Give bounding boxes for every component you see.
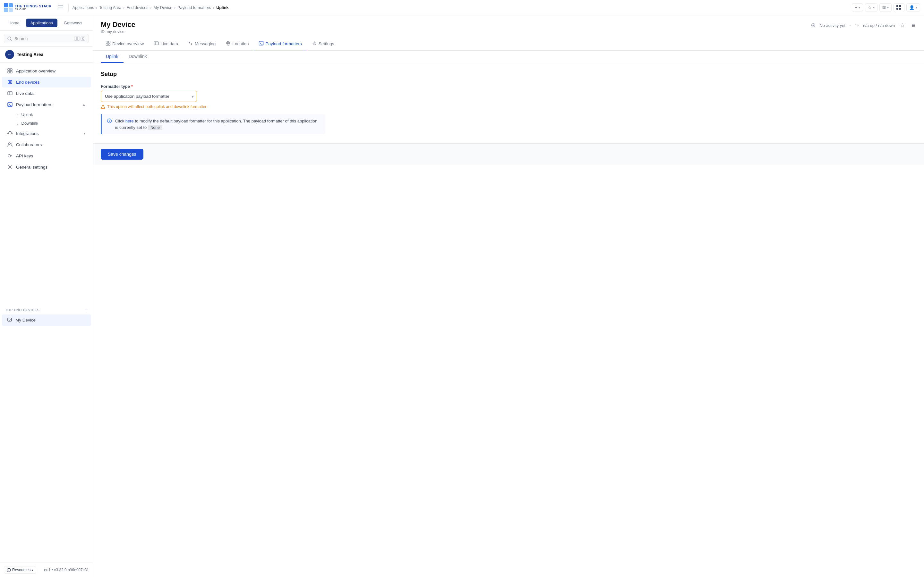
sidebar-item-payload-formatters[interactable]: Payload formatters ▲ <box>2 99 91 110</box>
tab-settings[interactable]: Settings <box>307 38 339 50</box>
table-icon <box>7 90 13 96</box>
svg-rect-4 <box>899 5 901 7</box>
breadcrumb-payload-formatters[interactable]: Payload formatters <box>178 5 211 10</box>
back-arrow-icon: ← <box>5 50 14 59</box>
svg-line-8 <box>11 40 11 41</box>
tab-location[interactable]: Location <box>221 38 254 50</box>
sidebar-tab-home[interactable]: Home <box>4 19 24 27</box>
api-key-icon <box>7 153 13 159</box>
resources-chevron-icon: ▾ <box>32 568 33 572</box>
topbar-divider <box>68 4 69 11</box>
chevron-up-icon: ▲ <box>82 103 86 106</box>
activity-icon <box>811 23 816 27</box>
sidebar-nav-tabs: Home Applications Gateways <box>0 15 93 31</box>
breadcrumb-testing-area[interactable]: Testing Area <box>99 5 121 10</box>
tab-payload-formatters[interactable]: Payload formatters <box>254 38 307 50</box>
search-icon <box>7 37 12 41</box>
svg-rect-19 <box>8 103 12 106</box>
bookmarks-button[interactable]: ☆ ▾ <box>865 3 877 12</box>
device-status: No activity yet • n/a up / n/a down ☆ ≡ <box>811 21 916 30</box>
breadcrumb: Applications › Testing Area › End device… <box>73 5 850 10</box>
subtab-uplink[interactable]: Uplink <box>101 51 124 63</box>
tab-device-overview[interactable]: Device overview <box>101 38 149 50</box>
my-device-sidebar-item[interactable]: My Device <box>2 314 91 326</box>
breadcrumb-my-device[interactable]: My Device <box>153 5 172 10</box>
add-button[interactable]: + ▾ <box>852 3 863 12</box>
svg-rect-39 <box>106 44 108 45</box>
here-link[interactable]: here <box>126 119 134 123</box>
payload-icon <box>7 102 13 107</box>
svg-rect-2 <box>58 9 63 9</box>
back-to-testing-area-button[interactable]: ← Testing Area <box>0 47 93 63</box>
tab-live-data[interactable]: Live data <box>149 38 183 50</box>
sidebar-item-general-settings[interactable]: General settings <box>2 161 91 172</box>
topbar-actions: + ▾ ☆ ▾ ✉ ▾ 👤 ▾ <box>852 3 920 12</box>
svg-rect-31 <box>8 318 11 321</box>
info-box: Click here to modify the default payload… <box>101 114 325 134</box>
svg-rect-11 <box>8 71 10 73</box>
search-input-wrap: ⌘ K <box>4 34 89 43</box>
svg-point-35 <box>9 569 9 569</box>
svg-point-14 <box>9 81 11 83</box>
dashboard-button[interactable] <box>893 3 905 12</box>
svg-rect-9 <box>8 69 10 71</box>
add-device-button[interactable]: + <box>85 307 87 313</box>
resources-button[interactable]: Resources ▾ <box>4 566 36 574</box>
save-changes-button[interactable]: Save changes <box>101 149 144 160</box>
sidebar-subitem-uplink[interactable]: ↑ Uplink <box>11 110 93 119</box>
updown-icon <box>855 23 859 27</box>
bookmark-device-button[interactable]: ☆ <box>899 21 906 30</box>
device-icon <box>7 79 13 85</box>
svg-point-51 <box>109 120 110 121</box>
device-small-icon <box>7 317 12 323</box>
sidebar-tab-applications[interactable]: Applications <box>26 19 57 27</box>
sidebar-item-collaborators[interactable]: Collaborators <box>2 139 91 150</box>
profile-button[interactable]: 👤 ▾ <box>906 3 920 12</box>
search-input[interactable] <box>15 36 71 41</box>
notifications-button[interactable]: ✉ ▾ <box>879 3 892 12</box>
warning-message: This option will affect both uplink and … <box>101 105 325 109</box>
formatter-type-select[interactable]: Use application payload formatter <box>101 91 197 102</box>
resources-icon <box>7 568 11 572</box>
sidebar-toggle-button[interactable] <box>57 3 65 12</box>
breadcrumb-applications[interactable]: Applications <box>73 5 94 10</box>
sidebar-tab-gateways[interactable]: Gateways <box>59 19 87 27</box>
svg-rect-12 <box>10 71 12 73</box>
search-shortcut: ⌘ K <box>74 37 86 41</box>
main-content: My Device ID: my-device No activity yet … <box>93 15 924 577</box>
svg-point-47 <box>314 43 315 44</box>
svg-rect-45 <box>259 41 263 45</box>
sidebar-item-api-keys[interactable]: API keys <box>2 150 91 161</box>
sidebar-subitem-downlink[interactable]: ↓ Downlink <box>11 119 93 127</box>
sidebar-item-application-overview[interactable]: Application overview <box>2 65 91 76</box>
breadcrumb-end-devices[interactable]: End devices <box>126 5 148 10</box>
grid-icon <box>7 68 13 74</box>
location-icon <box>226 41 230 47</box>
sidebar-item-integrations[interactable]: Integrations ▾ <box>2 128 91 139</box>
svg-point-32 <box>9 319 10 320</box>
svg-rect-38 <box>108 41 110 43</box>
sidebar-item-live-data[interactable]: Live data <box>2 88 91 99</box>
svg-rect-6 <box>899 8 901 10</box>
svg-rect-37 <box>106 41 108 43</box>
subtab-downlink[interactable]: Downlink <box>124 51 152 63</box>
svg-rect-16 <box>8 92 12 95</box>
svg-point-26 <box>8 155 11 157</box>
tab-messaging[interactable]: Messaging <box>183 38 221 50</box>
device-info: My Device ID: my-device <box>101 21 136 34</box>
payload-formatters-icon <box>259 41 263 47</box>
settings-icon <box>7 164 13 170</box>
svg-point-24 <box>8 143 10 145</box>
svg-point-44 <box>228 42 229 44</box>
device-overview-icon <box>106 41 110 47</box>
sidebar-item-end-devices[interactable]: End devices <box>2 77 91 87</box>
device-title-row: My Device ID: my-device No activity yet … <box>101 21 916 34</box>
top-bar: THE THINGS STACK CLOUD Applications › Te… <box>0 0 924 15</box>
device-menu-button[interactable]: ≡ <box>910 21 916 30</box>
page-content: Setup Formatter type * Use application p… <box>93 63 924 577</box>
required-star: * <box>131 84 133 89</box>
content-tabs: Device overview Live data <box>101 38 916 50</box>
sub-tabs: Uplink Downlink <box>93 51 924 63</box>
content-header: My Device ID: my-device No activity yet … <box>93 15 924 51</box>
setup-form: Setup Formatter type * Use application p… <box>101 71 325 134</box>
